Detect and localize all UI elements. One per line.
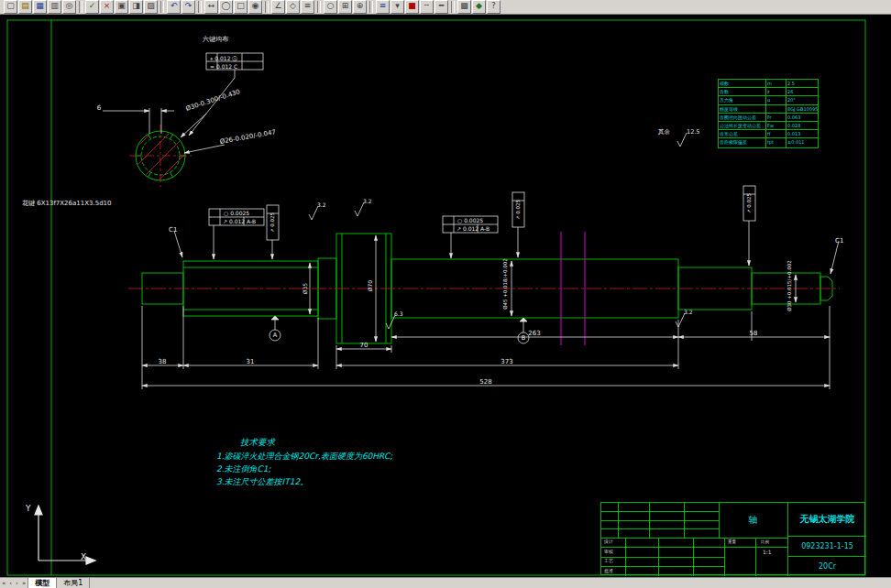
chamfer-left: C1 bbox=[169, 227, 177, 234]
toolbar-separator bbox=[265, 1, 269, 13]
titleblock-line bbox=[601, 566, 724, 567]
tab-nav-4[interactable]: » bbox=[20, 580, 28, 587]
layers-icon[interactable]: ≡ bbox=[376, 0, 390, 14]
redo-icon[interactable]: ↷ bbox=[182, 0, 195, 14]
linetype-control-icon[interactable]: ╌ bbox=[420, 0, 434, 14]
tab-nav-3[interactable]: › bbox=[14, 580, 20, 587]
roughness-other-value: 12.5 bbox=[687, 129, 699, 136]
dim-dia-30: Ø30-0.300/-0.430 bbox=[185, 89, 241, 113]
toolbar-separator bbox=[198, 1, 202, 13]
dim-70: 70 bbox=[360, 343, 368, 349]
3d-orbit-icon[interactable]: ⊕ bbox=[353, 0, 367, 14]
match-properties-icon[interactable]: ▨ bbox=[144, 0, 158, 14]
ucs-x-label: X bbox=[81, 553, 86, 561]
titleblock-field-4: 批准 bbox=[604, 569, 613, 573]
drawing-number: 0923231-1-15 bbox=[788, 536, 866, 556]
roughness-2: 3.2 bbox=[363, 199, 372, 204]
tab-nav-2[interactable]: ‹ bbox=[7, 580, 14, 587]
fcf-detail-row2: = 0.012 C bbox=[210, 64, 237, 70]
spell-check-icon[interactable]: ✓ bbox=[85, 0, 99, 14]
tech-line-3: 3.未注尺寸公差按IT12。 bbox=[216, 478, 308, 486]
layout-tabs: 模型布局1 bbox=[28, 578, 90, 588]
titleblock-line bbox=[724, 538, 725, 576]
toolbar-separator bbox=[451, 1, 455, 13]
tab-nav-buttons: «‹›» bbox=[0, 580, 28, 587]
fcf-detail-row1: ⌖ 0.012 Ⓐ bbox=[210, 56, 237, 61]
school-name: 无锡太湖学院 bbox=[788, 503, 866, 536]
gear-param-label: 模数 bbox=[719, 80, 766, 87]
gear-param-symbol: Fr bbox=[766, 114, 786, 121]
dim-dia-35: Ø35 bbox=[302, 283, 308, 294]
gear-param-label: 齿圈径向跳动公差 bbox=[719, 114, 766, 121]
tab-布局1[interactable]: 布局1 bbox=[57, 578, 90, 588]
redraw-icon[interactable]: ○ bbox=[324, 0, 337, 14]
pan-icon[interactable]: ↔ bbox=[204, 0, 218, 14]
gear-param-symbol: z bbox=[766, 88, 786, 95]
print-preview-icon[interactable]: ◎ bbox=[62, 0, 76, 14]
toolbar-separator bbox=[160, 1, 164, 13]
tech-title: 技术要求 bbox=[240, 438, 275, 447]
roughness-3: 6.3 bbox=[394, 311, 403, 317]
tab-nav-1[interactable]: « bbox=[0, 580, 7, 587]
fcf-right-row1: ○ 0.0025 bbox=[457, 218, 483, 223]
gear-param-label: 精度等级 bbox=[719, 105, 766, 113]
titleblock-line bbox=[601, 520, 719, 521]
gear-table-row: 公法线长度变动公差Fw0.028 bbox=[719, 122, 818, 130]
part-name: 轴 bbox=[719, 503, 787, 538]
distance-icon[interactable]: ∠ bbox=[271, 0, 285, 14]
roughness-4: 3.2 bbox=[684, 310, 693, 315]
dim-58: 58 bbox=[750, 331, 758, 337]
fcf-right-row2: ↗ 0.012 A-B bbox=[456, 226, 490, 232]
gear-table-row: 模数m2.5 bbox=[719, 80, 818, 88]
layer-control-icon[interactable]: ▾ bbox=[390, 0, 404, 14]
area-icon[interactable]: ◇ bbox=[286, 0, 300, 14]
dim-263: 263 bbox=[528, 331, 540, 337]
gear-param-label: 齿数 bbox=[719, 88, 766, 95]
cut-icon[interactable]: × bbox=[100, 0, 114, 14]
dim-dia-26: Ø26-0.020/-0.047 bbox=[219, 129, 276, 146]
scale-label: 比例 bbox=[761, 540, 769, 545]
gear-param-label: 公法线长度变动公差 bbox=[719, 122, 766, 129]
toolbar-separator bbox=[369, 1, 373, 13]
gear-param-value: 20° bbox=[786, 96, 818, 103]
list-icon[interactable]: ≡ bbox=[301, 0, 314, 14]
gear-table-row: 齿数z26 bbox=[719, 88, 818, 96]
titleblock-field-3: 工艺 bbox=[604, 559, 613, 563]
properties-icon[interactable]: ▩ bbox=[457, 0, 471, 14]
save-file-icon[interactable]: ▦ bbox=[33, 0, 47, 14]
gear-param-label: 齿距极限偏差 bbox=[719, 138, 766, 147]
help-icon[interactable]: ? bbox=[487, 0, 500, 14]
gear-table-row: 齿圈径向跳动公差Fr0.063 bbox=[719, 114, 818, 122]
print-icon[interactable]: ▥ bbox=[48, 0, 61, 14]
undo-icon[interactable]: ↶ bbox=[167, 0, 181, 14]
zoom-previous-icon[interactable]: ◉ bbox=[248, 0, 262, 14]
titleblock-line bbox=[755, 538, 756, 576]
color-control-icon[interactable]: ■ bbox=[405, 0, 419, 14]
zoom-realtime-icon[interactable]: ◯ bbox=[219, 0, 233, 14]
tab-模型[interactable]: 模型 bbox=[28, 578, 57, 588]
named-views-icon[interactable]: ⊞ bbox=[338, 0, 352, 14]
material: 20Cr bbox=[788, 556, 866, 576]
toolbar-separator bbox=[317, 1, 321, 13]
fcf-left-row2: ↗ 0.012 A-B bbox=[223, 219, 256, 224]
paste-icon[interactable]: ◨ bbox=[129, 0, 143, 14]
weight-label: 重量 bbox=[728, 540, 736, 545]
gear-param-value: ±0.011 bbox=[786, 138, 818, 147]
titleblock-line bbox=[618, 503, 619, 538]
dim-528: 528 bbox=[479, 379, 491, 386]
titleblock-field-1: 设计 bbox=[604, 539, 613, 544]
lineweight-control-icon[interactable]: ━ bbox=[434, 0, 448, 14]
zoom-window-icon[interactable]: □ bbox=[234, 0, 248, 14]
toolbar: ▢▤▦▥◎✓×▣◨▨↶↷↔◯□◉∠◇≡○⊞⊕≡▾■╌━▩◆? bbox=[0, 0, 891, 15]
design-center-icon[interactable]: ◆ bbox=[472, 0, 486, 14]
new-file-icon[interactable]: ▢ bbox=[4, 0, 17, 14]
copy-icon[interactable]: ▣ bbox=[115, 0, 128, 14]
open-file-icon[interactable]: ▤ bbox=[18, 0, 32, 14]
dim-dia-30-right: Ø30 +0.015/+0.002 bbox=[787, 260, 793, 311]
gear-param-value: 2.5 bbox=[786, 80, 818, 87]
gear-param-value: 0.063 bbox=[786, 114, 818, 121]
gear-parameter-table: 模数m2.5齿数z26压力角α20°精度等级8GJ GB10095-88齿圈径向… bbox=[718, 79, 819, 148]
dim-dia-70: Ø70 bbox=[368, 280, 373, 291]
gear-param-value: 8GJ GB10095-88 bbox=[786, 105, 818, 113]
gear-param-label: 压力角 bbox=[719, 96, 766, 103]
